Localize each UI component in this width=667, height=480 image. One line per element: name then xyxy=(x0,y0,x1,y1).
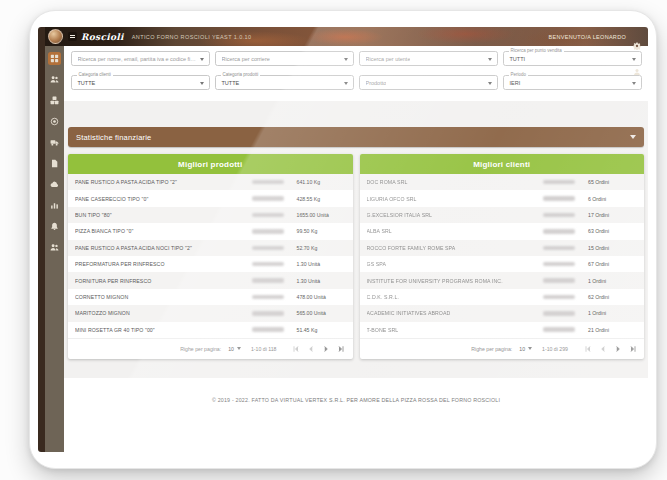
sidebar-item-delivery[interactable] xyxy=(48,136,61,149)
target-icon xyxy=(50,117,59,126)
products-icon xyxy=(50,96,59,105)
filter-categoria-prodotti[interactable]: Categoria prodottiTUTTE xyxy=(215,75,354,90)
chevron-down-icon xyxy=(528,347,532,350)
filter-punto-vendita[interactable]: Ricerca per punto venditaTUTTI xyxy=(503,51,642,66)
filter-ricerca-nome[interactable]: Ricerca per nome, email, partita iva e c… xyxy=(71,51,210,66)
sidebar-item-document[interactable] xyxy=(48,157,61,170)
row-quantity: 478.00 Unità xyxy=(284,294,346,300)
row-name: INSTITUTE FOR UNIVERSITY PROGRAMS ROMA I… xyxy=(367,278,544,284)
last-page-button[interactable] xyxy=(627,343,638,354)
chevron-down-icon xyxy=(488,82,492,85)
row-name: T-BONE SRL xyxy=(367,327,544,333)
document-icon xyxy=(50,159,59,168)
redacted-value xyxy=(252,295,284,300)
row-name: MARITOZZO MIGNON xyxy=(75,310,252,316)
app-screen: Roscioli ANTICO FORNO ROSCIOLI YEAST 1.0… xyxy=(38,27,648,452)
filter-placeholder: Ricerca per nome, email, partita iva e c… xyxy=(78,56,199,62)
card-migliori-clienti: Migliori clienti DOC ROMA SRL65 OrdiniLI… xyxy=(360,154,645,359)
redacted-value xyxy=(543,213,575,218)
row-quantity: 21 Ordini xyxy=(575,327,637,333)
row-quantity: 1.30 Unità xyxy=(284,278,346,284)
row-name: PIZZA BIANCA TIPO "0" xyxy=(75,228,252,234)
redacted-value xyxy=(252,180,284,185)
filter-periodo[interactable]: PeriodoIERI xyxy=(503,75,642,90)
products-pagination: Righe per pagina: 10 1-10 di 118 xyxy=(68,338,353,359)
rows-per-page-select[interactable]: 10 xyxy=(228,346,241,352)
avatar[interactable] xyxy=(48,29,63,44)
row-name: ROCCO FORTE FAMILY ROME SPA xyxy=(367,245,544,251)
row-quantity: 99.50 Kg xyxy=(284,228,346,234)
first-page-button[interactable] xyxy=(582,343,593,354)
row-quantity: 1 Ordini xyxy=(575,310,637,316)
card-title: Migliori clienti xyxy=(473,160,530,169)
screen-edge-strip xyxy=(38,27,45,452)
chevron-down-icon xyxy=(488,58,492,61)
card-title: Migliori prodotti xyxy=(178,160,242,169)
row-name: ALBA SRL xyxy=(367,228,544,234)
first-page-button[interactable] xyxy=(291,343,302,354)
chevron-down-icon xyxy=(632,82,636,85)
sidebar-item-products[interactable] xyxy=(48,94,61,107)
copyright-text: © 2019 - 2022. FATTO DA VIRTUAL VERTEX S… xyxy=(64,397,648,403)
roscioli-logo-icon xyxy=(68,32,77,41)
table-row: FORNITURA PER RINFRESCO1.30 Unità xyxy=(68,272,353,288)
gear-icon[interactable] xyxy=(633,42,641,50)
table-row: C.D.K. S.R.L.62 Ordini xyxy=(360,289,645,305)
redacted-value xyxy=(543,196,575,201)
sidebar-item-cloud[interactable] xyxy=(48,178,61,191)
redacted-value xyxy=(252,213,284,218)
table-row: G.EXCELSIOR ITALIA SRL17 Ordini xyxy=(360,207,645,223)
row-name: GS SPA xyxy=(367,261,544,267)
filter-ricerca-utente[interactable]: Ricerca per utente xyxy=(359,51,498,66)
sidebar-item-target[interactable] xyxy=(48,115,61,128)
prev-page-button[interactable] xyxy=(306,343,317,354)
filter-prodotto[interactable]: Prodotto xyxy=(359,75,498,90)
table-row: CORNETTO MIGNON478.00 Unità xyxy=(68,289,353,305)
filters-row-1: Ricerca per nome, email, partita iva e c… xyxy=(68,51,644,66)
filter-categoria-clienti[interactable]: Categoria clientiTUTTE xyxy=(71,75,210,90)
section-statistiche-finanziarie[interactable]: Statistiche finanziarie xyxy=(68,127,644,147)
redacted-value xyxy=(252,262,284,267)
sidebar-item-report[interactable] xyxy=(48,199,61,212)
sidebar-item-customers[interactable] xyxy=(48,73,61,86)
row-name: FORNITURA PER RINFRESCO xyxy=(75,278,252,284)
redacted-value xyxy=(543,246,575,251)
row-quantity: 62 Ordini xyxy=(575,294,637,300)
dashboard-icon xyxy=(50,54,59,63)
chevron-down-icon xyxy=(344,58,348,61)
next-page-button[interactable] xyxy=(321,343,332,354)
next-page-button[interactable] xyxy=(612,343,623,354)
chevron-down-icon xyxy=(344,82,348,85)
filter-placeholder: Ricerca per utente xyxy=(366,56,411,62)
row-quantity: 51.45 Kg xyxy=(284,327,346,333)
redacted-value xyxy=(252,327,284,332)
redacted-value xyxy=(543,229,575,234)
chevron-down-icon xyxy=(200,58,204,61)
sidebar-item-bell[interactable] xyxy=(48,220,61,233)
filters-panel: Ricerca per nome, email, partita iva e c… xyxy=(64,46,648,101)
welcome-label: BENVENUTO/A LEONARDO xyxy=(549,34,626,40)
filter-label: Categoria prodotti xyxy=(221,73,261,78)
customers-icon xyxy=(50,75,59,84)
sidebar-item-users[interactable] xyxy=(48,241,61,254)
filter-label: Periodo xyxy=(509,73,529,78)
last-page-button[interactable] xyxy=(336,343,347,354)
filter-placeholder: Prodotto xyxy=(366,80,387,86)
row-quantity: 1.30 Unità xyxy=(284,261,346,267)
section-title: Statistiche finanziarie xyxy=(76,133,151,142)
filter-ricerca-corriere[interactable]: Ricerca per corriere xyxy=(215,51,354,66)
sidebar-item-dashboard[interactable] xyxy=(48,52,61,65)
chevron-down-icon xyxy=(632,58,636,61)
redacted-value xyxy=(543,278,575,283)
row-quantity: 565.00 Unità xyxy=(284,310,346,316)
sidebar-nav xyxy=(45,46,64,452)
row-quantity: 52.70 Kg xyxy=(284,245,346,251)
row-quantity: 1 Ordini xyxy=(575,278,637,284)
card-migliori-prodotti: Migliori prodotti PANE RUSTICO A PASTA A… xyxy=(68,154,353,359)
rows-per-page-select[interactable]: 10 xyxy=(519,346,532,352)
redacted-value xyxy=(543,327,575,332)
row-name: PREFORMATURA PER RINFRESCO xyxy=(75,261,252,267)
prev-page-button[interactable] xyxy=(597,343,608,354)
row-quantity: 1655.00 Unità xyxy=(284,212,346,218)
rows-per-page-label: Righe per pagina: xyxy=(180,346,221,352)
